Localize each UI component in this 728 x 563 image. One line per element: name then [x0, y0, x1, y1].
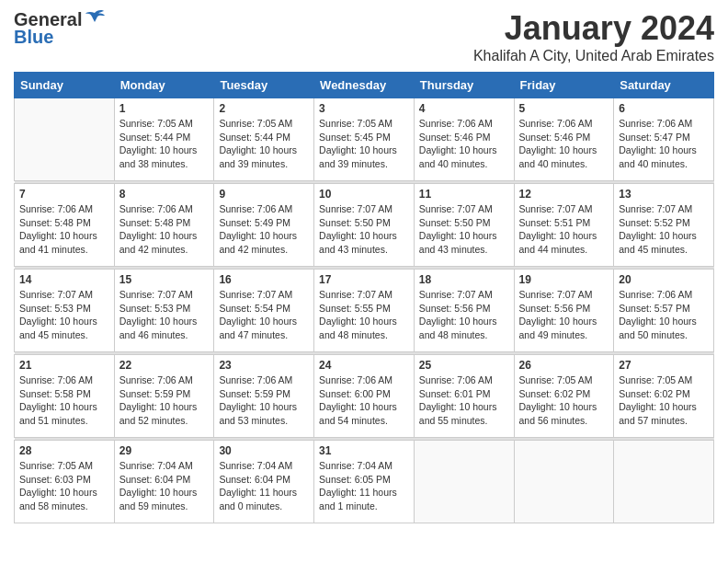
day-number: 18 — [419, 273, 509, 286]
day-number: 25 — [419, 359, 509, 372]
day-number: 10 — [319, 188, 409, 201]
table-cell: 31Sunrise: 7:04 AMSunset: 6:05 PMDayligh… — [314, 441, 415, 523]
day-number: 20 — [619, 273, 709, 286]
day-info: Sunrise: 7:07 AMSunset: 5:50 PMDaylight:… — [419, 202, 509, 257]
table-cell: 25Sunrise: 7:06 AMSunset: 6:01 PMDayligh… — [414, 355, 514, 438]
header-wednesday: Wednesday — [314, 73, 415, 98]
day-info: Sunrise: 7:06 AMSunset: 5:49 PMDaylight:… — [219, 202, 309, 257]
table-cell: 16Sunrise: 7:07 AMSunset: 5:54 PMDayligh… — [214, 270, 314, 352]
day-info: Sunrise: 7:06 AMSunset: 6:01 PMDaylight:… — [419, 373, 509, 428]
table-cell: 6Sunrise: 7:06 AMSunset: 5:47 PMDaylight… — [614, 98, 714, 181]
day-info: Sunrise: 7:06 AMSunset: 5:46 PMDaylight:… — [519, 117, 609, 171]
day-number: 28 — [19, 444, 109, 457]
day-info: Sunrise: 7:07 AMSunset: 5:51 PMDaylight:… — [519, 202, 609, 257]
day-info: Sunrise: 7:07 AMSunset: 5:53 PMDaylight:… — [19, 288, 109, 342]
table-cell: 27Sunrise: 7:05 AMSunset: 6:02 PMDayligh… — [614, 355, 714, 438]
day-info: Sunrise: 7:07 AMSunset: 5:52 PMDaylight:… — [619, 202, 709, 257]
header-tuesday: Tuesday — [214, 73, 314, 98]
day-info: Sunrise: 7:05 AMSunset: 5:45 PMDaylight:… — [319, 117, 409, 171]
day-number: 13 — [619, 188, 709, 201]
table-cell: 4Sunrise: 7:06 AMSunset: 5:46 PMDaylight… — [414, 98, 514, 181]
logo-bird-icon — [84, 9, 106, 28]
day-number: 3 — [319, 102, 409, 115]
day-number: 12 — [519, 188, 609, 201]
logo: General Blue — [14, 9, 106, 48]
table-cell — [15, 98, 115, 181]
calendar-table: Sunday Monday Tuesday Wednesday Thursday… — [14, 72, 714, 523]
header-monday: Monday — [114, 73, 214, 98]
month-title: January 2024 — [473, 9, 714, 48]
table-cell: 9Sunrise: 7:06 AMSunset: 5:49 PMDaylight… — [214, 184, 314, 267]
day-info: Sunrise: 7:05 AMSunset: 5:44 PMDaylight:… — [219, 117, 309, 171]
table-cell: 13Sunrise: 7:07 AMSunset: 5:52 PMDayligh… — [614, 184, 714, 267]
day-info: Sunrise: 7:05 AMSunset: 6:02 PMDaylight:… — [619, 373, 709, 428]
calendar-row: 14Sunrise: 7:07 AMSunset: 5:53 PMDayligh… — [15, 270, 714, 352]
day-info: Sunrise: 7:07 AMSunset: 5:53 PMDaylight:… — [119, 288, 210, 342]
table-cell: 8Sunrise: 7:06 AMSunset: 5:48 PMDaylight… — [114, 184, 214, 267]
table-cell: 12Sunrise: 7:07 AMSunset: 5:51 PMDayligh… — [514, 184, 614, 267]
table-cell: 19Sunrise: 7:07 AMSunset: 5:56 PMDayligh… — [514, 270, 614, 352]
table-cell: 15Sunrise: 7:07 AMSunset: 5:53 PMDayligh… — [114, 270, 214, 352]
day-number: 15 — [119, 273, 210, 286]
table-cell: 18Sunrise: 7:07 AMSunset: 5:56 PMDayligh… — [414, 270, 514, 352]
day-number: 17 — [319, 273, 409, 286]
day-number: 29 — [119, 444, 210, 457]
table-cell: 14Sunrise: 7:07 AMSunset: 5:53 PMDayligh… — [15, 270, 115, 352]
header-thursday: Thursday — [414, 73, 514, 98]
day-info: Sunrise: 7:06 AMSunset: 5:59 PMDaylight:… — [119, 373, 210, 428]
calendar-row: 7Sunrise: 7:06 AMSunset: 5:48 PMDaylight… — [15, 184, 714, 267]
calendar-header-row: Sunday Monday Tuesday Wednesday Thursday… — [15, 73, 714, 98]
table-cell: 23Sunrise: 7:06 AMSunset: 5:59 PMDayligh… — [214, 355, 314, 438]
day-info: Sunrise: 7:06 AMSunset: 5:48 PMDaylight:… — [19, 202, 109, 257]
logo-blue: Blue — [14, 27, 53, 48]
day-info: Sunrise: 7:06 AMSunset: 5:46 PMDaylight:… — [419, 117, 509, 171]
day-info: Sunrise: 7:07 AMSunset: 5:56 PMDaylight:… — [419, 288, 509, 342]
day-info: Sunrise: 7:07 AMSunset: 5:50 PMDaylight:… — [319, 202, 409, 257]
table-cell — [514, 441, 614, 523]
table-cell: 26Sunrise: 7:05 AMSunset: 6:02 PMDayligh… — [514, 355, 614, 438]
day-number: 9 — [219, 188, 309, 201]
title-section: January 2024 Khalifah A City, United Ara… — [473, 9, 714, 64]
day-number: 1 — [119, 102, 210, 115]
day-number: 21 — [19, 359, 109, 372]
table-cell: 7Sunrise: 7:06 AMSunset: 5:48 PMDaylight… — [15, 184, 115, 267]
day-number: 19 — [519, 273, 609, 286]
calendar-row: 21Sunrise: 7:06 AMSunset: 5:58 PMDayligh… — [15, 355, 714, 438]
calendar-row: 28Sunrise: 7:05 AMSunset: 6:03 PMDayligh… — [15, 441, 714, 523]
day-info: Sunrise: 7:06 AMSunset: 5:58 PMDaylight:… — [19, 373, 109, 428]
table-cell: 21Sunrise: 7:06 AMSunset: 5:58 PMDayligh… — [15, 355, 115, 438]
table-cell: 24Sunrise: 7:06 AMSunset: 6:00 PMDayligh… — [314, 355, 415, 438]
table-cell: 2Sunrise: 7:05 AMSunset: 5:44 PMDaylight… — [214, 98, 314, 181]
day-number: 14 — [19, 273, 109, 286]
table-cell: 28Sunrise: 7:05 AMSunset: 6:03 PMDayligh… — [15, 441, 115, 523]
day-info: Sunrise: 7:05 AMSunset: 6:02 PMDaylight:… — [519, 373, 609, 428]
day-info: Sunrise: 7:06 AMSunset: 5:59 PMDaylight:… — [219, 373, 309, 428]
table-cell: 1Sunrise: 7:05 AMSunset: 5:44 PMDaylight… — [114, 98, 214, 181]
header-friday: Friday — [514, 73, 614, 98]
day-info: Sunrise: 7:07 AMSunset: 5:55 PMDaylight:… — [319, 288, 409, 342]
day-number: 22 — [119, 359, 210, 372]
day-info: Sunrise: 7:07 AMSunset: 5:54 PMDaylight:… — [219, 288, 309, 342]
table-cell: 3Sunrise: 7:05 AMSunset: 5:45 PMDaylight… — [314, 98, 415, 181]
header-sunday: Sunday — [15, 73, 115, 98]
table-cell: 17Sunrise: 7:07 AMSunset: 5:55 PMDayligh… — [314, 270, 415, 352]
day-info: Sunrise: 7:05 AMSunset: 6:03 PMDaylight:… — [19, 459, 109, 513]
table-cell: 30Sunrise: 7:04 AMSunset: 6:04 PMDayligh… — [214, 441, 314, 523]
day-number: 11 — [419, 188, 509, 201]
table-cell: 5Sunrise: 7:06 AMSunset: 5:46 PMDaylight… — [514, 98, 614, 181]
table-cell: 20Sunrise: 7:06 AMSunset: 5:57 PMDayligh… — [614, 270, 714, 352]
day-number: 23 — [219, 359, 309, 372]
header-saturday: Saturday — [614, 73, 714, 98]
location: Khalifah A City, United Arab Emirates — [473, 48, 714, 64]
day-info: Sunrise: 7:06 AMSunset: 6:00 PMDaylight:… — [319, 373, 409, 428]
day-number: 2 — [219, 102, 309, 115]
day-info: Sunrise: 7:04 AMSunset: 6:04 PMDaylight:… — [219, 459, 309, 513]
day-info: Sunrise: 7:06 AMSunset: 5:48 PMDaylight:… — [119, 202, 210, 257]
day-number: 27 — [619, 359, 709, 372]
day-info: Sunrise: 7:06 AMSunset: 5:57 PMDaylight:… — [619, 288, 709, 342]
table-cell — [614, 441, 714, 523]
page-header: General Blue January 2024 Khalifah A Cit… — [14, 9, 714, 64]
table-cell: 22Sunrise: 7:06 AMSunset: 5:59 PMDayligh… — [114, 355, 214, 438]
day-number: 24 — [319, 359, 409, 372]
day-number: 7 — [19, 188, 109, 201]
